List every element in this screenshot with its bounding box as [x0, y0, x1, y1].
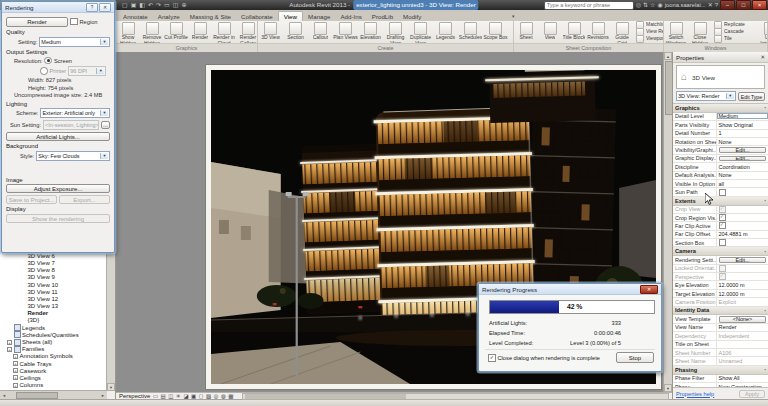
favorites-star-icon[interactable]: ☆ — [650, 1, 655, 10]
tree-item[interactable]: 3D View 13 — [0, 303, 107, 310]
group-header-graphics[interactable]: Graphics▪ — [673, 104, 768, 113]
sun-browse-button[interactable]: ... — [101, 121, 110, 129]
dialog-help-icon[interactable]: ? — [86, 3, 98, 12]
group-header-identity-data[interactable]: Identity Data▪ — [673, 307, 768, 316]
property-value[interactable] — [717, 273, 768, 280]
property-row[interactable]: Sheet NumberA106 — [673, 349, 768, 357]
crop-view-icon[interactable]: ◻ — [199, 393, 204, 399]
dialog-close-icon[interactable]: ✕ — [640, 285, 658, 294]
tree-expander-icon[interactable]: + — [13, 375, 18, 380]
group-header-camera[interactable]: Camera▪ — [673, 247, 768, 256]
property-value[interactable]: 12.0000 m — [717, 282, 768, 288]
property-value[interactable]: Coordination — [717, 164, 768, 170]
export-button[interactable]: Export... — [59, 195, 110, 204]
ribbon-button[interactable]: Show Hidden Lines — [116, 21, 140, 43]
ribbon-button[interactable]: Callout — [308, 21, 333, 43]
tree-expander-icon[interactable]: + — [7, 347, 12, 352]
scale-icon[interactable]: ▭ — [153, 393, 158, 399]
property-row[interactable]: Far Clip Offset204.4881 m — [673, 231, 768, 239]
detail-level-icon[interactable]: ▤ — [161, 393, 166, 399]
region-checkbox[interactable] — [70, 18, 78, 26]
scroll-up-icon[interactable]: ▲ — [664, 52, 672, 60]
ribbon-button[interactable]: Scope Box — [483, 21, 508, 43]
property-value[interactable]: Edit... — [719, 156, 766, 161]
group-header-extents[interactable]: Extents▪ — [673, 197, 768, 206]
property-value[interactable] — [717, 239, 768, 246]
property-value[interactable] — [717, 222, 768, 229]
qat-icon[interactable]: ▢ — [122, 1, 128, 10]
view-scale-label[interactable]: Perspective — [119, 393, 150, 399]
sign-out-icon[interactable]: ✕ — [708, 1, 713, 10]
ribbon-tab[interactable]: Add-Ins — [335, 12, 366, 21]
tree-item[interactable]: 3D View 12 — [0, 295, 107, 302]
property-row[interactable]: DisciplineCoordination — [673, 163, 768, 171]
ribbon-tab[interactable]: View — [278, 11, 303, 21]
property-row[interactable]: Visibility/Graphi...Edit... — [673, 146, 768, 154]
collapse-icon[interactable]: ▪ — [764, 308, 766, 313]
property-value[interactable]: A106 — [717, 350, 768, 356]
tree-expander-icon[interactable]: + — [7, 340, 12, 345]
ribbon-tab[interactable]: Manage — [303, 12, 335, 21]
property-row[interactable]: Parts VisibilityShow Original — [673, 121, 768, 129]
property-row[interactable]: Camera PositionExplicit — [673, 298, 768, 306]
quality-setting-dropdown[interactable]: Medium▼ — [39, 37, 110, 47]
tree-expander-icon[interactable]: + — [13, 383, 18, 388]
ribbon-button[interactable]: Sheet — [514, 21, 538, 43]
ribbon-tab[interactable]: ProdLib — [367, 12, 398, 21]
collapse-icon[interactable]: ▪ — [764, 198, 766, 203]
view-selector-dropdown[interactable]: 3D View: Render▼ — [676, 91, 736, 101]
qat-icon[interactable]: ▣ — [131, 1, 137, 10]
ribbon-button[interactable]: Plan Views — [333, 21, 358, 43]
ribbon-button[interactable]: Cut Profile — [164, 21, 188, 43]
tree-item[interactable]: {3D} — [0, 317, 107, 324]
ribbon-button[interactable]: Tile — [712, 36, 758, 43]
lighting-scheme-dropdown[interactable]: Exterior: Artificial only▼ — [40, 108, 110, 118]
property-value[interactable]: 204.4881 m — [717, 231, 768, 237]
ribbon-button[interactable]: Close Hidden — [688, 21, 712, 43]
show-rendering-button[interactable]: Show the rendering — [6, 214, 110, 223]
type-selector[interactable]: ⌂ 3D View — [676, 65, 765, 89]
property-row[interactable]: Perspective — [673, 273, 768, 281]
ribbon-button[interactable]: Title Block — [562, 21, 586, 43]
stop-button[interactable]: Stop — [616, 352, 654, 363]
canvas-horizontal-scrollbar[interactable] — [242, 393, 669, 400]
tree-item[interactable]: 3D View 7 — [0, 259, 107, 266]
rendering-dialog-titlebar[interactable]: Rendering ? ✕ — [2, 2, 114, 13]
ribbon-button[interactable]: User Interface — [758, 21, 767, 43]
ribbon-button[interactable]: Remove Hidden Lines — [140, 21, 164, 43]
property-row[interactable]: View Template<None> — [673, 315, 768, 323]
property-row[interactable]: Detail LevelMedium — [673, 113, 768, 121]
ribbon-group-label[interactable]: Sheet Composition — [514, 43, 663, 52]
background-style-dropdown[interactable]: Sky: Few Clouds▼ — [36, 151, 110, 161]
ribbon-button[interactable]: Render Gallery — [236, 21, 257, 43]
search-input[interactable] — [544, 1, 634, 10]
ribbon-button[interactable]: Switch Windows — [664, 21, 688, 43]
scrollbar-thumb[interactable] — [665, 61, 672, 115]
tree-item[interactable]: + Columns — [0, 382, 107, 389]
ribbon-tab[interactable]: Collaborate — [236, 12, 278, 21]
property-value[interactable] — [717, 265, 768, 272]
printer-radio[interactable] — [40, 67, 48, 75]
property-value[interactable] — [717, 206, 768, 213]
ribbon-button[interactable]: Elevation — [358, 21, 383, 43]
tree-item[interactable]: Legends — [0, 324, 107, 331]
close-icon[interactable]: ✕ — [760, 54, 765, 60]
qat-icon[interactable]: ◫ — [173, 1, 179, 10]
property-value[interactable] — [717, 189, 768, 196]
property-row[interactable]: Far Clip Active — [673, 222, 768, 230]
edit-type-button[interactable]: Edit Type — [738, 92, 765, 101]
collapse-icon[interactable]: ▪ — [764, 105, 766, 110]
property-value[interactable]: None — [717, 139, 768, 145]
property-value[interactable]: Unnamed — [717, 358, 768, 364]
visual-style-icon[interactable]: ◫ — [168, 393, 173, 399]
property-row[interactable]: Locked Orientat... — [673, 265, 768, 273]
close-when-complete-checkbox[interactable]: ✓ — [488, 354, 496, 362]
property-value[interactable]: None — [717, 172, 768, 178]
tree-item[interactable]: Schedules/Quantities — [0, 331, 107, 338]
property-row[interactable]: Eye Elevation12.0000 m — [673, 281, 768, 289]
dpi-dropdown[interactable]: 96 DPI▼ — [68, 66, 106, 76]
close-button[interactable]: × — [752, 0, 767, 10]
property-value[interactable]: 1 — [717, 130, 768, 136]
property-row[interactable]: Detail Number1 — [673, 130, 768, 138]
ribbon-tab[interactable]: Analyze — [153, 12, 185, 21]
